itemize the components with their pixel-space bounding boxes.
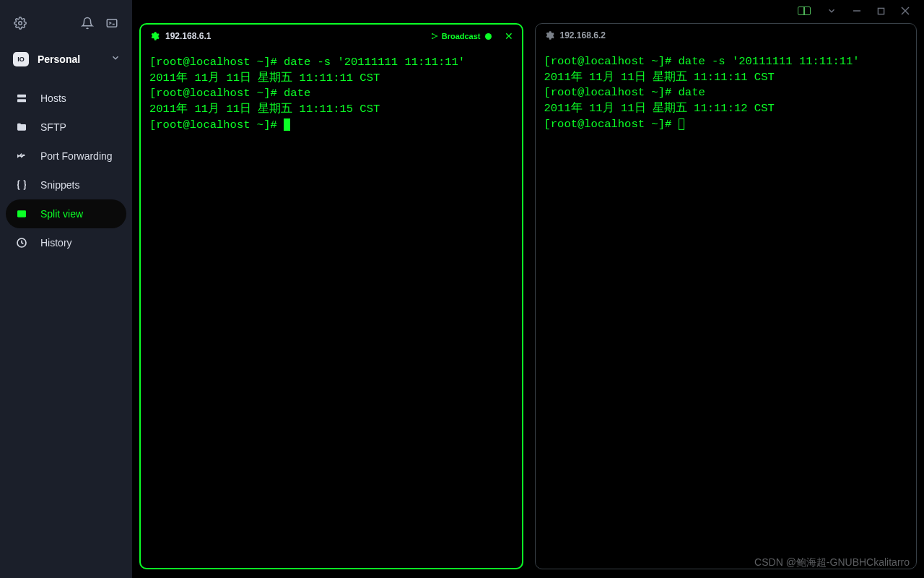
host-gear-icon[interactable] (149, 31, 160, 41)
svg-rect-3 (17, 99, 26, 102)
sidebar-item-split-view[interactable]: Split view (6, 199, 126, 228)
sidebar: IO Personal Hosts SFTP Port Forwarding (0, 0, 132, 578)
vault-selector[interactable]: IO Personal (0, 45, 132, 79)
svg-point-12 (436, 35, 437, 37)
titlebar (132, 0, 924, 22)
main-area: 192.168.6.1 Broadcast ✕ [root@localhost … (132, 0, 924, 578)
watermark: CSDN @鲍海超-GNUBHCkalitarro (754, 556, 910, 569)
terminal-pane-1[interactable]: 192.168.6.1 Broadcast ✕ [root@localhost … (139, 23, 523, 569)
svg-rect-1 (107, 20, 117, 27)
splitview-icon (16, 208, 27, 220)
history-icon (16, 237, 27, 249)
sidebar-item-label: History (40, 237, 72, 249)
sidebar-item-label: SFTP (40, 121, 66, 133)
svg-rect-4 (17, 210, 26, 217)
terminal-output[interactable]: [root@localhost ~]# date -s '20111111 11… (536, 47, 917, 569)
window-dropdown-icon[interactable] (827, 6, 837, 16)
pane-header: 192.168.6.1 Broadcast ✕ (141, 25, 522, 48)
broadcast-indicator-icon (485, 33, 492, 40)
sidebar-toolbar (0, 9, 132, 45)
pane-host: 192.168.6.1 (165, 31, 424, 41)
forward-icon (16, 150, 27, 162)
bell-icon[interactable] (80, 16, 95, 30)
host-gear-icon[interactable] (544, 30, 554, 40)
sidebar-item-label: Snippets (40, 179, 79, 191)
cursor-outline-icon (679, 118, 684, 130)
window-maximize-icon[interactable] (877, 7, 885, 15)
folder-icon (16, 121, 27, 133)
sidebar-item-port-forwarding[interactable]: Port Forwarding (6, 142, 126, 171)
sidebar-item-sftp[interactable]: SFTP (6, 113, 126, 142)
pane-host: 192.168.6.2 (560, 30, 908, 40)
settings-icon[interactable] (13, 16, 27, 30)
svg-point-0 (19, 22, 22, 25)
sidebar-item-label: Hosts (40, 92, 66, 104)
svg-rect-7 (878, 8, 884, 14)
sidebar-item-label: Split view (40, 208, 83, 220)
sidebar-item-history[interactable]: History (6, 228, 126, 257)
chevron-down-icon (110, 53, 121, 66)
broadcast-button[interactable]: Broadcast (430, 32, 496, 40)
sidebar-item-snippets[interactable]: Snippets (6, 171, 126, 199)
terminal-output[interactable]: [root@localhost ~]# date -s '20111111 11… (141, 48, 522, 568)
sidebar-item-hosts[interactable]: Hosts (6, 84, 126, 113)
cursor-block-icon (284, 118, 290, 131)
terminal-pane-2[interactable]: 192.168.6.2 [root@localhost ~]# date -s … (535, 23, 918, 569)
vault-badge-icon: IO (13, 52, 29, 66)
broadcast-icon (430, 32, 439, 40)
server-icon (16, 92, 27, 104)
vault-label: Personal (38, 53, 102, 65)
split-panes: 192.168.6.1 Broadcast ✕ [root@localhost … (132, 22, 924, 578)
svg-rect-2 (17, 95, 26, 98)
svg-point-11 (432, 38, 433, 39)
nav: Hosts SFTP Port Forwarding Snippets Spli… (0, 79, 132, 262)
window-close-icon[interactable] (901, 7, 910, 15)
panels-toggle-icon[interactable] (798, 7, 811, 15)
sidebar-item-label: Port Forwarding (40, 150, 113, 162)
svg-point-10 (432, 33, 433, 35)
window-minimize-icon[interactable] (853, 7, 861, 15)
terminal-icon[interactable] (105, 16, 119, 30)
broadcast-label: Broadcast (442, 32, 481, 40)
close-pane-icon[interactable]: ✕ (505, 30, 513, 42)
braces-icon (16, 179, 27, 191)
pane-header: 192.168.6.2 (536, 24, 917, 47)
